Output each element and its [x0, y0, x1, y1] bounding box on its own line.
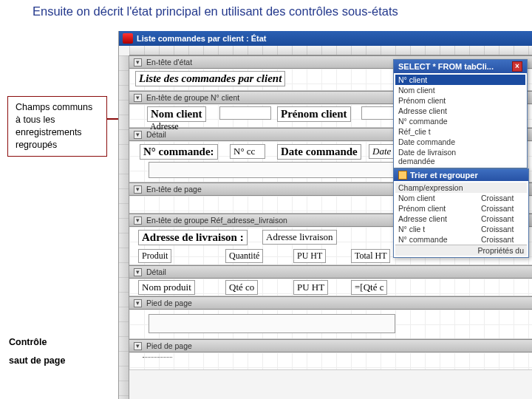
label-adresse-gris: Adresse	[147, 120, 182, 133]
field-nom-client[interactable]	[219, 106, 271, 120]
section-label: En-tête de groupe N° client	[146, 93, 239, 102]
surface-pied2[interactable]	[129, 352, 532, 370]
section-label: En-tête de page	[146, 185, 202, 194]
expand-icon[interactable]: ▾	[134, 268, 142, 276]
surface-detail2[interactable]: Nom produit Qté co PU HT =[Qté c	[129, 279, 532, 296]
section-label: En-tête d'état	[146, 58, 192, 66]
subreport-rect-1[interactable]	[149, 162, 395, 178]
section-label: Pied de page	[146, 299, 192, 307]
list-item[interactable]: N° client	[398, 75, 472, 84]
sort-icon	[398, 171, 407, 180]
label-nom-client[interactable]: Nom client	[147, 106, 206, 122]
sort-group-body[interactable]: Champ/expression Nom clientCroissant Pré…	[394, 181, 528, 257]
field-qteco[interactable]: Qté co	[225, 280, 258, 295]
field-list-title: SELECT * FROM tabCli...	[398, 62, 494, 71]
label-puht[interactable]: PU HT	[293, 249, 326, 263]
close-icon[interactable]: ×	[512, 61, 522, 72]
section-bar-detail2[interactable]: ▾ Détail	[129, 265, 532, 279]
page-break-control[interactable]	[143, 357, 172, 358]
list-item[interactable]: Nom client	[398, 194, 472, 202]
field-puht2[interactable]: PU HT	[293, 280, 328, 295]
section-label: Pied de page	[146, 341, 192, 350]
field-ncc[interactable]: N° cc	[230, 144, 265, 159]
callout-saut-de-page: saut de page	[9, 355, 65, 367]
designer-titlebar[interactable]: Liste commandes par client : État	[119, 31, 532, 46]
list-item[interactable]: Date de livraison demandée	[398, 148, 472, 166]
list-item[interactable]: N° clie t	[398, 225, 472, 233]
sort-group-panel[interactable]: Trier et regrouper Champ/expression Nom …	[393, 168, 529, 258]
field-adrliv[interactable]: Adresse livraison	[262, 230, 337, 245]
expand-icon[interactable]: ▾	[134, 342, 142, 350]
vertical-ruler	[119, 55, 129, 399]
label-ncommande[interactable]: N° commande:	[140, 144, 218, 160]
label-prenom-client[interactable]: Prénom client	[277, 106, 351, 122]
list-item[interactable]: Prénom client	[398, 96, 472, 105]
label-liste-commandes[interactable]: Liste des commandes par client	[135, 71, 285, 86]
label-quantite[interactable]: Quantité	[225, 249, 263, 263]
label-date-commande[interactable]: Date commande	[277, 144, 361, 160]
expand-icon[interactable]: ▾	[134, 299, 142, 307]
list-item[interactable]: Adresse client	[398, 214, 472, 223]
label-totalht[interactable]: Total HT	[351, 249, 390, 263]
list-item[interactable]: Adresse client	[398, 106, 472, 115]
list-item[interactable]: N° commande	[398, 117, 472, 126]
field-list-titlebar[interactable]: SELECT * FROM tabCli... ×	[394, 60, 527, 73]
list-item[interactable]: Réf_clie t	[398, 127, 472, 136]
list-item[interactable]: Prénom client	[398, 204, 472, 213]
designer-title-text: Liste commandes par client : État	[137, 34, 266, 43]
slide-title: Ensuite on décrit l'état principal en ut…	[33, 4, 398, 18]
list-item[interactable]: N° commande	[398, 235, 472, 244]
section-bar-pied1[interactable]: ▾ Pied de page	[129, 296, 532, 310]
field-eq[interactable]: =[Qté c	[351, 280, 387, 295]
label-produit[interactable]: Produit	[138, 249, 171, 263]
surface-pied1[interactable]	[129, 310, 532, 339]
subreport-rect-2[interactable]	[149, 314, 395, 333]
sort-group-title: Trier et regrouper	[410, 171, 478, 180]
section-bar-pied2[interactable]: ▾ Pied de page	[129, 339, 532, 352]
expand-icon[interactable]: ▾	[134, 131, 142, 139]
sort-group-titlebar[interactable]: Trier et regrouper	[394, 169, 528, 181]
field-list-body[interactable]: N° client Nom client Prénom client Adres…	[394, 73, 527, 168]
field-list-panel[interactable]: SELECT * FROM tabCli... × N° client Nom …	[393, 59, 528, 168]
expand-icon[interactable]: ▾	[134, 58, 142, 66]
label-adrliv[interactable]: Adresse de livraison :	[138, 230, 248, 245]
callout-champs-communs: Champs communs à tous les enregistrement…	[7, 96, 107, 157]
expand-icon[interactable]: ▾	[134, 185, 142, 194]
system-menu-icon[interactable]	[123, 33, 133, 44]
list-item[interactable]: Nom client	[398, 86, 472, 95]
field-nomproduit[interactable]: Nom produit	[138, 280, 195, 295]
callout-controle: Contrôle	[9, 336, 47, 349]
sort-group-footer: Propriétés du	[478, 246, 524, 255]
list-item[interactable]: Date commande	[398, 137, 472, 146]
expand-icon[interactable]: ▾	[134, 216, 142, 225]
expand-icon[interactable]: ▾	[134, 94, 142, 102]
section-label: Détail	[146, 267, 166, 276]
horizontal-ruler	[129, 46, 532, 55]
section-label: En-tête de groupe Réf_adresse_livraison	[146, 216, 287, 225]
